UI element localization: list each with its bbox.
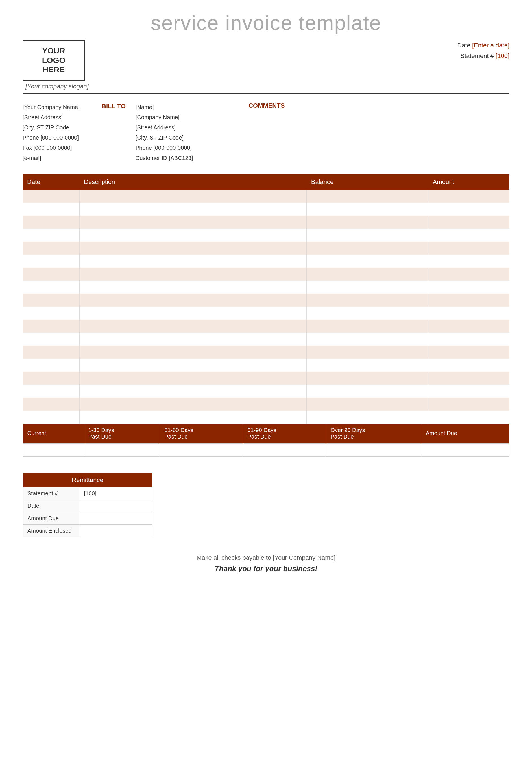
- col-header-1-30: 1-30 DaysPast Due: [84, 424, 160, 444]
- cell-description: [79, 202, 307, 216]
- cell-balance: [307, 384, 428, 398]
- amount-due-value: [421, 443, 509, 456]
- main-table: Date Description Balance Amount: [23, 174, 509, 424]
- sender-line-3: [City, ST ZIP Code: [23, 122, 102, 133]
- cell-amount: [428, 384, 509, 398]
- cell-balance: [307, 359, 428, 372]
- cell-amount: [428, 216, 509, 228]
- company-slogan: [Your company slogan]: [25, 83, 89, 90]
- cell-description: [79, 346, 307, 359]
- remittance-row: Amount Enclosed: [23, 525, 153, 537]
- cell-date: [23, 202, 79, 216]
- statement-line: Statement # [100]: [457, 50, 509, 61]
- cell-amount: [428, 281, 509, 293]
- cell-amount: [428, 398, 509, 410]
- table-row: [23, 281, 509, 293]
- recipient-line-4: [City, ST ZIP Code]: [135, 133, 237, 143]
- cell-amount: [428, 202, 509, 216]
- cell-balance: [307, 255, 428, 268]
- remittance-header: Remittance: [23, 473, 153, 487]
- cell-description: [79, 216, 307, 228]
- remittance-table: Remittance Statement # [100] Date Amount…: [23, 473, 153, 537]
- footer-header-row: Current 1-30 DaysPast Due 31-60 DaysPast…: [23, 424, 509, 444]
- cell-date: [23, 384, 79, 398]
- col-header-date: Date: [23, 174, 79, 190]
- footer-data-row: [23, 443, 509, 456]
- comments-section: COMMENTS: [237, 102, 509, 163]
- table-row: [23, 359, 509, 372]
- table-row: [23, 319, 509, 333]
- cell-date: [23, 410, 79, 424]
- header-right: Date [Enter a date] Statement # [100]: [457, 40, 509, 61]
- cell-description: [79, 255, 307, 268]
- recipient-info: [Name] [Company Name] [Street Address] […: [135, 102, 237, 163]
- table-row: [23, 346, 509, 359]
- cell-date: [23, 242, 79, 255]
- cell-date: [23, 307, 79, 319]
- cell-amount: [428, 255, 509, 268]
- 1-30-value: [84, 443, 160, 456]
- logo-box: YOUR LOGO HERE: [23, 40, 85, 80]
- current-value: [23, 443, 84, 456]
- cell-date: [23, 372, 79, 384]
- recipient-line-5: Phone [000-000-0000]: [135, 143, 237, 153]
- remittance-row: Amount Due: [23, 512, 153, 525]
- cell-date: [23, 216, 79, 228]
- page-title: service invoice template: [23, 11, 509, 35]
- cell-balance: [307, 307, 428, 319]
- cell-balance: [307, 228, 428, 242]
- col-header-amount-due: Amount Due: [421, 424, 509, 444]
- cell-date: [23, 255, 79, 268]
- cell-description: [79, 190, 307, 202]
- cell-amount: [428, 228, 509, 242]
- cell-balance: [307, 372, 428, 384]
- bill-to-label: BILL TO: [102, 102, 135, 163]
- cell-amount: [428, 268, 509, 281]
- cell-balance: [307, 398, 428, 410]
- cell-date: [23, 268, 79, 281]
- cell-date: [23, 398, 79, 410]
- sender-line-6: [e-mail]: [23, 153, 102, 163]
- cell-description: [79, 372, 307, 384]
- statement-value-text: [100]: [495, 52, 509, 59]
- page-footer: Make all checks payable to [Your Company…: [23, 554, 509, 573]
- cell-balance: [307, 216, 428, 228]
- cell-description: [79, 293, 307, 307]
- sender-info: [Your Company Name]. [Street Address] [C…: [23, 102, 102, 163]
- cell-balance: [307, 319, 428, 333]
- remit-value-2: [79, 512, 153, 525]
- cell-amount: [428, 346, 509, 359]
- cell-date: [23, 319, 79, 333]
- cell-description: [79, 398, 307, 410]
- cell-date: [23, 346, 79, 359]
- table-row: [23, 190, 509, 202]
- table-row: [23, 333, 509, 346]
- cell-amount: [428, 333, 509, 346]
- col-header-over-90: Over 90 DaysPast Due: [326, 424, 421, 444]
- cell-amount: [428, 242, 509, 255]
- sender-line-4: Phone [000-000-0000]: [23, 133, 102, 143]
- sender-line-5: Fax [000-000-0000]: [23, 143, 102, 153]
- recipient-line-1: [Name]: [135, 102, 237, 112]
- cell-description: [79, 410, 307, 424]
- recipient-line-3: [Street Address]: [135, 122, 237, 133]
- cell-date: [23, 281, 79, 293]
- cell-date: [23, 359, 79, 372]
- cell-description: [79, 242, 307, 255]
- cell-date: [23, 190, 79, 202]
- table-header-row: Date Description Balance Amount: [23, 174, 509, 190]
- comments-label: COMMENTS: [248, 102, 509, 109]
- sender-line-2: [Street Address]: [23, 112, 102, 122]
- cell-description: [79, 384, 307, 398]
- col-header-amount: Amount: [428, 174, 509, 190]
- cell-description: [79, 281, 307, 293]
- col-header-61-90: 61-90 DaysPast Due: [243, 424, 326, 444]
- table-row: [23, 202, 509, 216]
- col-header-balance: Balance: [307, 174, 428, 190]
- header-row: YOUR LOGO HERE [Your company slogan] Dat…: [23, 40, 509, 90]
- table-row: [23, 228, 509, 242]
- table-row: [23, 255, 509, 268]
- date-value-text: [Enter a date]: [472, 42, 509, 49]
- remit-label-1: Date: [23, 500, 79, 512]
- col-header-description: Description: [79, 174, 307, 190]
